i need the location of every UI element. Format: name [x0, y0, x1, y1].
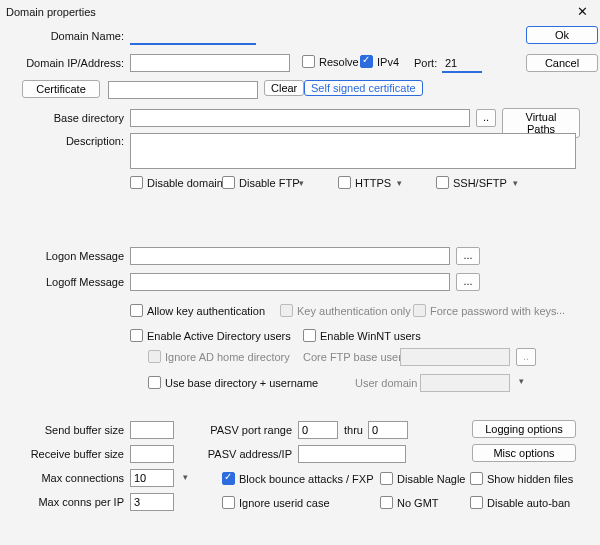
disable-ftp-checkbox[interactable]: Disable FTP	[222, 176, 300, 189]
max-conns-per-ip-input[interactable]	[130, 493, 174, 511]
use-base-dir-checkbox[interactable]: Use base directory + username	[148, 376, 318, 389]
logoff-message-input[interactable]	[130, 273, 450, 291]
pasv-port-from-input[interactable]	[298, 421, 338, 439]
base-directory-input[interactable]	[130, 109, 470, 127]
core-ftp-base-user-input	[400, 348, 510, 366]
key-auth-only-checkbox: Key authentication only	[280, 304, 411, 317]
user-domain-input	[420, 374, 510, 392]
https-checkbox[interactable]: HTTPS	[338, 176, 391, 189]
port-input[interactable]	[442, 54, 482, 73]
domain-name-input[interactable]	[130, 26, 256, 45]
send-buffer-input[interactable]	[130, 421, 174, 439]
title-bar: Domain properties ✕	[0, 0, 600, 24]
user-domain-expand-icon[interactable]: ▾	[516, 376, 527, 386]
core-ftp-base-user-label: Core FTP base user	[303, 351, 402, 363]
base-directory-label: Base directory	[0, 112, 124, 124]
logoff-message-browse-button[interactable]: ...	[456, 273, 480, 291]
enable-ad-checkbox[interactable]: Enable Active Directory users	[130, 329, 291, 342]
window-title: Domain properties	[6, 6, 96, 18]
allow-key-auth-checkbox[interactable]: Allow key authentication	[130, 304, 265, 317]
ssh-sftp-expand-icon[interactable]: ▾	[510, 178, 521, 188]
logoff-message-label: Logoff Message	[0, 276, 124, 288]
dialog-content: Ok Cancel Domain Name: Domain IP/Address…	[0, 24, 600, 40]
thru-label: thru	[344, 424, 363, 436]
misc-options-button[interactable]: Misc options	[472, 444, 576, 462]
certificate-button[interactable]: Certificate	[22, 80, 100, 98]
domain-name-label: Domain Name:	[0, 30, 124, 42]
disable-autoban-checkbox[interactable]: Disable auto-ban	[470, 496, 570, 509]
dialog-window: Domain properties ✕ Ok Cancel Domain Nam…	[0, 0, 600, 545]
ignore-ad-home-checkbox: Ignore AD home directory	[148, 350, 290, 363]
disable-nagle-checkbox[interactable]: Disable Nagle	[380, 472, 465, 485]
force-password-expand-icon[interactable]: ...	[556, 304, 565, 316]
logon-message-browse-button[interactable]: ...	[456, 247, 480, 265]
close-icon[interactable]: ✕	[564, 0, 600, 24]
domain-ip-label: Domain IP/Address:	[0, 57, 124, 69]
pasv-address-input[interactable]	[298, 445, 406, 463]
description-textarea[interactable]	[130, 133, 576, 169]
logon-message-input[interactable]	[130, 247, 450, 265]
disable-domain-checkbox[interactable]: Disable domain	[130, 176, 223, 189]
description-label: Description:	[0, 135, 124, 147]
https-expand-icon[interactable]: ▾	[394, 178, 405, 188]
force-password-checkbox: Force password with keys	[413, 304, 557, 317]
receive-buffer-label: Receive buffer size	[0, 448, 124, 460]
pasv-address-label: PASV address/IP	[182, 448, 292, 460]
user-domain-label: User domain	[355, 377, 417, 389]
logon-message-label: Logon Message	[0, 250, 124, 262]
pasv-port-to-input[interactable]	[368, 421, 408, 439]
block-bounce-checkbox[interactable]: Block bounce attacks / FXP	[222, 472, 374, 485]
core-ftp-base-user-browse-button: ..	[516, 348, 536, 366]
max-conns-per-ip-label: Max conns per IP	[0, 496, 124, 508]
send-buffer-label: Send buffer size	[0, 424, 124, 436]
resolve-checkbox[interactable]: Resolve	[302, 55, 359, 68]
cancel-button[interactable]: Cancel	[526, 54, 598, 72]
clear-button[interactable]: Clear	[264, 80, 304, 96]
logging-options-button[interactable]: Logging options	[472, 420, 576, 438]
domain-ip-input[interactable]	[130, 54, 290, 72]
max-connections-label: Max connections	[0, 472, 124, 484]
ssh-sftp-checkbox[interactable]: SSH/SFTP	[436, 176, 507, 189]
enable-winnt-checkbox[interactable]: Enable WinNT users	[303, 329, 421, 342]
ignore-userid-case-checkbox[interactable]: Ignore userid case	[222, 496, 330, 509]
pasv-port-range-label: PASV port range	[182, 424, 292, 436]
max-connections-expand-icon[interactable]: ▾	[180, 472, 191, 482]
port-label: Port:	[414, 57, 437, 69]
no-gmt-checkbox[interactable]: No GMT	[380, 496, 439, 509]
base-directory-browse-button[interactable]: ..	[476, 109, 496, 127]
max-connections-input[interactable]	[130, 469, 174, 487]
certificate-path-input[interactable]	[108, 81, 258, 99]
ok-button[interactable]: Ok	[526, 26, 598, 44]
show-hidden-files-checkbox[interactable]: Show hidden files	[470, 472, 573, 485]
disable-ftp-expand-icon[interactable]: ▾	[296, 178, 307, 188]
receive-buffer-input[interactable]	[130, 445, 174, 463]
ipv4-checkbox[interactable]: IPv4	[360, 55, 399, 68]
self-signed-certificate-button[interactable]: Self signed certificate	[304, 80, 423, 96]
